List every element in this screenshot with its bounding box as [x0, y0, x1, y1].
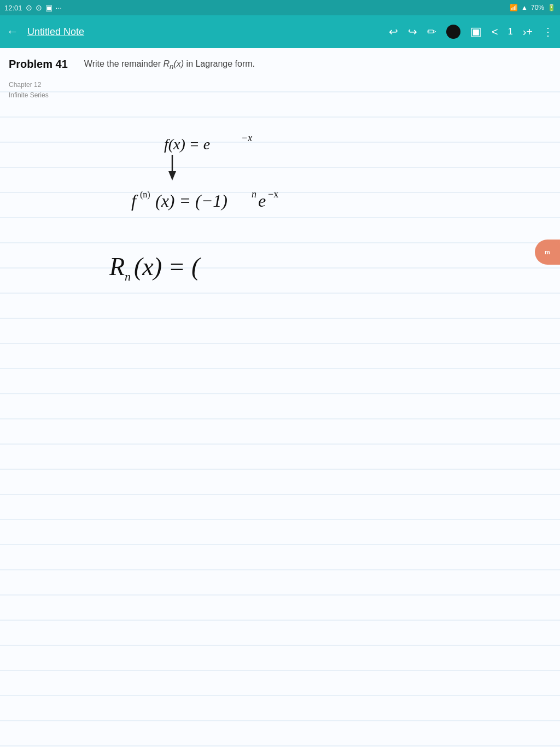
problem-header: Problem 41 Write the remainder Rn(x) in … — [0, 58, 560, 71]
svg-text:R: R — [109, 253, 125, 281]
status-left: 12:01 ⊙ ⊙ ▣ ··· — [4, 3, 62, 12]
dots-icon: ··· — [56, 3, 62, 12]
svg-text:(n): (n) — [140, 190, 150, 200]
pen-color-picker[interactable] — [446, 25, 460, 39]
svg-marker-31 — [168, 171, 176, 180]
redo-button[interactable]: ↪ — [408, 25, 417, 38]
note-area[interactable]: Problem 41 Write the remainder Rn(x) in … — [0, 48, 560, 747]
pen-button[interactable]: ✏ — [427, 25, 436, 38]
more-options-button[interactable]: ⋮ — [542, 25, 553, 38]
wifi-icon: ▲ — [521, 4, 528, 11]
section-label: Infinite Series — [9, 90, 49, 101]
svg-text:e: e — [258, 191, 266, 211]
chapter-info: Chapter 12 Infinite Series — [9, 80, 49, 101]
page-number: 1 — [508, 27, 513, 37]
avatar-bubble[interactable]: m — [535, 240, 560, 265]
battery-icon: 🔋 — [547, 4, 556, 11]
svg-text:−x: −x — [241, 132, 252, 143]
svg-text:n: n — [252, 189, 256, 200]
time-display: 12:01 — [4, 4, 22, 12]
chapter-label: Chapter 12 — [9, 80, 49, 90]
svg-text:n: n — [125, 270, 131, 283]
svg-text:f(x) = e: f(x) = e — [164, 136, 210, 153]
avatar-initials: m — [545, 249, 550, 255]
problem-number: Problem 41 — [9, 58, 68, 71]
signal-icon: 📶 — [510, 4, 518, 11]
handwritten-math: f(x) = e −x f (n) (x) = (−1) n e −x R n … — [98, 119, 427, 311]
circle-icon1: ⊙ — [26, 3, 32, 12]
circle-icon2: ⊙ — [36, 3, 42, 12]
svg-text:f: f — [131, 191, 138, 211]
problem-description: Write the remainder Rn(x) in Lagrange fo… — [84, 58, 255, 71]
svg-text:(x) = (−1): (x) = (−1) — [155, 191, 228, 211]
battery-display: 70% — [531, 4, 544, 11]
back-button[interactable]: ← — [7, 25, 19, 39]
svg-text:−x: −x — [268, 189, 278, 200]
note-title[interactable]: Untitled Note — [27, 26, 383, 38]
status-bar: 12:01 ⊙ ⊙ ▣ ··· 📶 ▲ 70% 🔋 — [0, 0, 560, 15]
prev-page-button[interactable]: < — [492, 26, 498, 38]
undo-button[interactable]: ↩ — [389, 25, 398, 38]
image-insert-button[interactable]: ▣ — [470, 25, 482, 39]
page-nav: 1 — [508, 27, 513, 37]
toolbar-actions: ↩ ↪ ✏ ▣ < 1 ›+ ⋮ — [389, 25, 553, 39]
svg-text:(x) =  (: (x) = ( — [134, 253, 201, 281]
image-icon: ▣ — [45, 3, 52, 12]
toolbar: ← Untitled Note ↩ ↪ ✏ ▣ < 1 ›+ ⋮ — [0, 15, 560, 48]
next-page-button[interactable]: ›+ — [523, 26, 533, 38]
status-right: 📶 ▲ 70% 🔋 — [510, 4, 556, 11]
